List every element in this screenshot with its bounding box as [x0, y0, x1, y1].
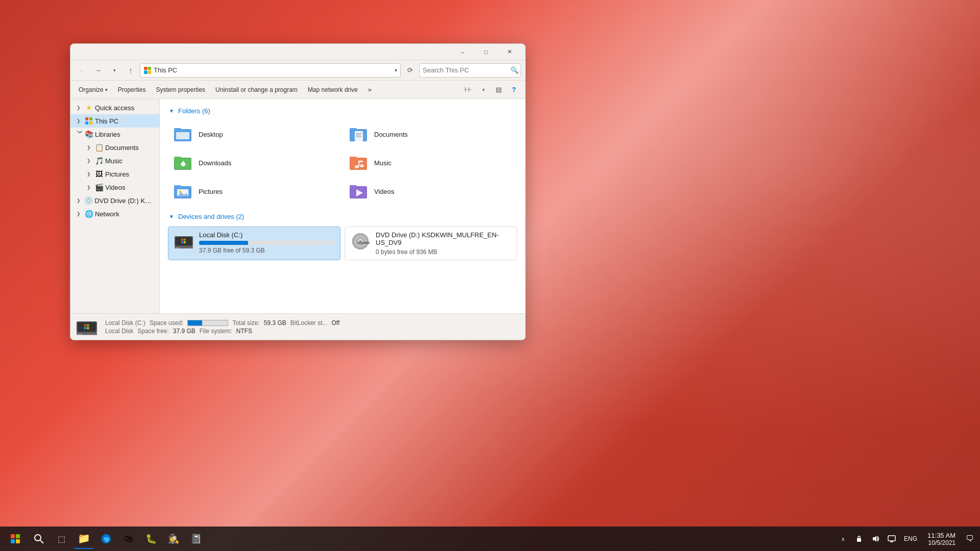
downloads-folder-icon [173, 154, 193, 172]
folders-toggle[interactable]: ▼ [168, 108, 175, 115]
drive-item-d[interactable]: DVD-ROM DV [345, 227, 517, 260]
systray-monitor-icon[interactable] [886, 533, 898, 545]
devices-section-header: ▼ Devices and drives (2) [168, 213, 517, 220]
svg-rect-22 [358, 161, 363, 162]
dvd-drive-space: 0 bytes free of 936 MB [376, 248, 511, 256]
folder-item-desktop[interactable]: Desktop [168, 121, 341, 147]
folder-item-pictures[interactable]: Pictures [168, 178, 341, 205]
sidebar-item-documents[interactable]: ❯ 📋 Documents [70, 141, 159, 154]
pictures-folder-icon [173, 182, 193, 201]
lock-icon [855, 535, 863, 542]
expand-icon-docs: ❯ [85, 143, 93, 152]
system-clock[interactable]: 11:35 AM 10/5/2021 [923, 532, 960, 546]
sidebar-item-network[interactable]: ❯ 🌐 Network [70, 207, 159, 220]
monitor-icon [888, 535, 896, 543]
search-input[interactable] [423, 66, 508, 74]
local-disk-bar-fill [199, 241, 248, 245]
back-button[interactable]: ← [75, 63, 89, 78]
status-progress-fill [188, 320, 202, 325]
taskbar-agent-button[interactable]: 🕵 [163, 529, 184, 549]
devices-toggle[interactable]: ▼ [168, 213, 175, 220]
search-bar[interactable]: 🔍 [419, 63, 521, 78]
recent-locations-button[interactable]: ▾ [107, 63, 121, 78]
address-bar[interactable]: This PC ▾ [140, 63, 401, 78]
sidebar-item-pictures[interactable]: ❯ 🖼 Pictures [70, 167, 159, 181]
sidebar-label-music: Music [105, 157, 122, 165]
folder-item-documents[interactable]: Documents [344, 121, 517, 147]
maximize-button[interactable]: □ [474, 44, 498, 60]
change-view-button[interactable]: ⊦⊦ [461, 83, 475, 96]
organize-label: Organize [79, 86, 104, 93]
folders-grid: Desktop [168, 121, 517, 205]
svg-point-19 [355, 165, 359, 168]
sidebar-label-this-pc: This PC [95, 117, 118, 125]
sidebar-item-music[interactable]: ❯ 🎵 Music [70, 154, 159, 167]
taskbar-search-button[interactable] [29, 529, 49, 549]
help-button[interactable]: ? [507, 83, 521, 96]
organize-button[interactable]: Organize ▾ [75, 83, 112, 96]
organize-chevron: ▾ [105, 87, 108, 92]
libraries-icon: 📚 [85, 130, 93, 138]
sidebar-item-videos[interactable]: ❯ 🎬 Videos [70, 181, 159, 194]
taskbar-store-button[interactable]: 🛍 [118, 529, 139, 549]
start-button[interactable] [4, 528, 27, 550]
drive-item-c[interactable]: Local Disk (C:) 37.9 GB free of 59.3 GB [168, 227, 340, 260]
toggle-pane-button[interactable]: ▤ [492, 83, 506, 96]
taskbar-bug-button[interactable]: 🐛 [141, 529, 161, 549]
svg-marker-59 [873, 536, 876, 542]
expand-icon-thispc: ❯ [75, 117, 83, 125]
title-bar: – □ ✕ [70, 44, 525, 60]
svg-rect-49 [78, 334, 82, 335]
space-used-label: Space used: [150, 319, 184, 327]
systray-volume-icon[interactable] [869, 533, 881, 545]
clock-time: 11:35 AM [927, 532, 955, 539]
status-progress-bar [187, 320, 228, 326]
taskbar-edge-button[interactable] [96, 529, 116, 549]
systray-notification-icon[interactable]: 🗨 [964, 533, 976, 545]
status-info: Local Disk (C:) Space used: Total size: … [105, 319, 339, 335]
svg-point-54 [35, 535, 41, 541]
systray-lock-icon[interactable] [853, 533, 865, 545]
close-button[interactable]: ✕ [498, 44, 521, 60]
view-dropdown-button[interactable]: ▾ [476, 83, 491, 96]
address-dropdown-button[interactable]: ▾ [395, 67, 397, 73]
network-icon: 🌐 [85, 210, 93, 218]
status-drive-icon [77, 317, 97, 337]
systray-language[interactable]: ENG [902, 535, 919, 542]
taskbar-task-view-button[interactable]: ⬚ [51, 529, 71, 549]
expand-icon-pictures: ❯ [85, 170, 93, 178]
navigation-toolbar: ← → ▾ ↑ This PC ▾ ⟳ 🔍 [70, 60, 525, 81]
properties-button[interactable]: Properties [114, 83, 150, 96]
expand-icon-network: ❯ [75, 210, 83, 218]
content-area: ❯ ★ Quick access ❯ This PC [70, 99, 525, 313]
more-commands-button[interactable]: » [364, 83, 376, 96]
music-folder-label: Music [374, 159, 391, 167]
folder-item-videos[interactable]: Videos [344, 178, 517, 205]
taskbar-notepad-button[interactable]: 📓 [186, 529, 206, 549]
videos-folder-icon [349, 182, 369, 201]
main-panel: ▼ Folders (6) [160, 99, 525, 313]
sidebar-item-this-pc[interactable]: ❯ This PC [70, 114, 159, 128]
sidebar-item-quick-access[interactable]: ❯ ★ Quick access [70, 101, 159, 114]
folder-item-downloads[interactable]: Downloads [168, 149, 341, 176]
map-drive-button[interactable]: Map network drive [304, 83, 362, 96]
sidebar-item-libraries[interactable]: ❯ 📚 Libraries [70, 128, 159, 141]
desktop-folder-icon [173, 125, 193, 143]
refresh-button[interactable]: ⟳ [403, 63, 417, 78]
up-button[interactable]: ↑ [124, 63, 138, 78]
uninstall-button[interactable]: Uninstall or change a program [211, 83, 302, 96]
search-icon[interactable]: 🔍 [510, 66, 519, 74]
system-properties-button[interactable]: System properties [152, 83, 209, 96]
svg-rect-40 [184, 241, 186, 243]
folder-item-music[interactable]: Music [344, 149, 517, 176]
forward-button[interactable]: → [91, 63, 105, 78]
expand-icon-videos: ❯ [85, 183, 93, 191]
total-size-label: Total size: [232, 319, 259, 327]
minimize-button[interactable]: – [451, 44, 474, 60]
svg-rect-37 [181, 239, 183, 241]
systray-chevron[interactable]: ∧ [837, 533, 849, 545]
sidebar-item-dvd-drive[interactable]: ❯ 💿 DVD Drive (D:) KSDK [70, 194, 159, 207]
taskbar-file-explorer-button[interactable]: 📁 [74, 529, 94, 549]
pictures-folder-label: Pictures [199, 188, 223, 195]
dvd-drive-svg: DVD-ROM [351, 232, 370, 251]
